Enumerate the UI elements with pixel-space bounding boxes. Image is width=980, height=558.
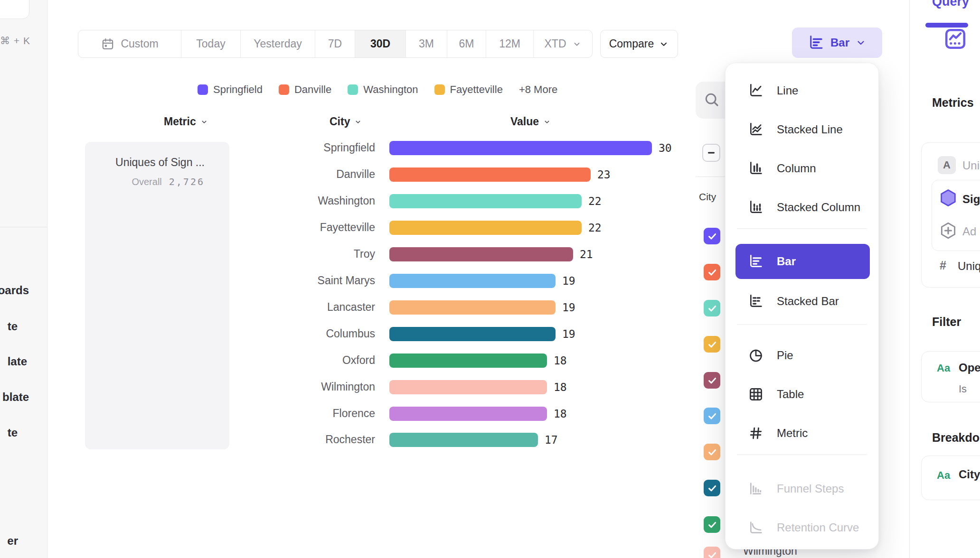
chevron-down-icon bbox=[543, 118, 551, 126]
date-range-custom[interactable]: Custom bbox=[78, 30, 181, 57]
menu-item-line[interactable]: Line bbox=[735, 73, 870, 108]
series-checkbox[interactable] bbox=[704, 264, 720, 280]
menu-divider bbox=[737, 324, 867, 325]
stacked-column-chart-icon bbox=[748, 199, 764, 215]
date-range-3m[interactable]: 3M bbox=[405, 30, 447, 57]
column-header-value[interactable]: Value bbox=[510, 115, 551, 128]
menu-item-metric[interactable]: Metric bbox=[735, 416, 870, 451]
menu-item-stacked-line[interactable]: Stacked Line bbox=[735, 112, 870, 147]
bar-value: 19 bbox=[562, 301, 575, 314]
date-range-6m[interactable]: 6M bbox=[447, 30, 486, 57]
legend-swatch bbox=[279, 84, 289, 95]
table-chart-icon bbox=[748, 386, 764, 402]
bar[interactable] bbox=[389, 167, 591, 182]
date-range-today[interactable]: Today bbox=[181, 30, 240, 57]
series-checkbox[interactable] bbox=[704, 372, 720, 389]
column-header-metric[interactable]: Metric bbox=[164, 115, 208, 128]
bar[interactable] bbox=[389, 380, 547, 394]
series-checkbox[interactable] bbox=[704, 480, 720, 496]
series-checkbox[interactable] bbox=[704, 516, 720, 533]
legend-item-washington[interactable]: Washington bbox=[348, 84, 418, 96]
menu-item-stacked-column[interactable]: Stacked Column bbox=[735, 190, 870, 225]
sidebar-item-fragment[interactable]: late bbox=[8, 355, 27, 368]
bar[interactable] bbox=[389, 407, 547, 421]
chevron-down-icon bbox=[855, 37, 867, 48]
series-checkbox[interactable] bbox=[704, 444, 720, 460]
legend-item-fayetteville[interactable]: Fayetteville bbox=[434, 84, 503, 96]
column-header-city[interactable]: City bbox=[330, 115, 362, 128]
select-all-checkbox[interactable] bbox=[702, 144, 720, 162]
menu-item-column[interactable]: Column bbox=[735, 151, 870, 186]
filter-property-label: Ope bbox=[959, 361, 980, 374]
tab-query[interactable]: Query bbox=[932, 0, 969, 9]
bar-chart-icon bbox=[808, 34, 825, 51]
bar[interactable] bbox=[389, 274, 556, 288]
property-type-icon: Aa bbox=[937, 469, 950, 482]
date-range-xtd[interactable]: XTD bbox=[533, 30, 592, 57]
legend-more-label[interactable]: +8 More bbox=[519, 84, 557, 96]
bar[interactable] bbox=[389, 327, 556, 341]
sidebar-item-fragment[interactable]: er bbox=[7, 534, 18, 548]
sidebar-item-fragment[interactable]: oards bbox=[0, 284, 29, 297]
date-range-30d[interactable]: 30D bbox=[355, 30, 405, 57]
metric-card[interactable]: Uniques of Sign ... Overall 2,726 bbox=[85, 142, 229, 449]
chart-type-button[interactable]: Bar bbox=[792, 28, 882, 58]
date-range-7d[interactable]: 7D bbox=[315, 30, 355, 57]
menu-item-pie[interactable]: Pie bbox=[735, 338, 870, 373]
count-symbol: # bbox=[940, 259, 946, 272]
left-sidebar-remnant: ⌘ + K oardstelateblateteer bbox=[0, 0, 47, 558]
sidebar-item-fragment[interactable]: te bbox=[8, 426, 18, 439]
filter-operator-label[interactable]: Is bbox=[959, 383, 967, 395]
property-type-icon: Aa bbox=[937, 362, 950, 374]
menu-item-retention-curve[interactable]: Retention Curve bbox=[735, 510, 870, 545]
series-checkbox[interactable] bbox=[704, 408, 720, 424]
insights-chart-icon[interactable] bbox=[944, 28, 967, 50]
bar[interactable] bbox=[389, 221, 582, 235]
chart-type-label: Bar bbox=[830, 36, 849, 49]
date-range-12m[interactable]: 12M bbox=[486, 30, 533, 57]
step-name-label: Sig bbox=[962, 193, 980, 206]
legend-item-springfield[interactable]: Springfield bbox=[198, 84, 263, 96]
menu-item-table[interactable]: Table bbox=[735, 377, 870, 412]
filter-card[interactable]: Aa Ope Is i bbox=[921, 351, 980, 402]
menu-item-stacked-bar[interactable]: Stacked Bar bbox=[735, 284, 870, 319]
series-group-label: City bbox=[699, 191, 716, 203]
sidebar-item-fragment[interactable]: blate bbox=[2, 391, 29, 404]
bar[interactable] bbox=[389, 194, 582, 208]
series-divider bbox=[696, 177, 725, 177]
bar[interactable] bbox=[389, 141, 652, 155]
bar-chart-icon bbox=[748, 253, 764, 270]
breakdown-heading: Breakdo bbox=[932, 431, 980, 445]
date-range-yesterday[interactable]: Yesterday bbox=[240, 30, 315, 57]
menu-item-funnel-steps[interactable]: Funnel Steps bbox=[735, 471, 870, 506]
overall-label: Overall bbox=[132, 177, 161, 187]
compare-button[interactable]: Compare bbox=[600, 30, 678, 58]
series-checkbox[interactable] bbox=[704, 300, 720, 316]
add-step-icon[interactable] bbox=[938, 221, 958, 241]
bar[interactable] bbox=[389, 433, 538, 447]
legend-item-danville[interactable]: Danville bbox=[279, 84, 331, 96]
bar-category-label: Wilmington bbox=[266, 381, 375, 393]
query-panel: Query Metrics A Uniq Sig Ad # Uniqu Filt… bbox=[909, 0, 980, 558]
header-value-label: Value bbox=[510, 115, 539, 128]
calendar-icon bbox=[101, 37, 115, 51]
metrics-card[interactable]: A Uniq Sig Ad # Uniqu bbox=[921, 142, 980, 288]
series-checkbox[interactable] bbox=[704, 336, 720, 353]
metric-step-card[interactable]: Sig Ad bbox=[932, 180, 980, 251]
keyboard-shortcut-hint: ⌘ + K bbox=[0, 35, 30, 46]
chart-legend: SpringfieldDanvilleWashingtonFayettevill… bbox=[198, 84, 557, 96]
bar[interactable] bbox=[389, 353, 547, 368]
bar[interactable] bbox=[389, 300, 556, 315]
sidebar-search-box-remnant[interactable] bbox=[0, 0, 29, 19]
bar-category-label: Troy bbox=[266, 248, 375, 260]
series-checkbox[interactable] bbox=[704, 228, 720, 244]
pie-chart-icon bbox=[748, 347, 764, 363]
breakdown-card[interactable]: Aa City bbox=[921, 456, 980, 500]
menu-item-bar[interactable]: Bar bbox=[735, 244, 870, 279]
bar-value: 19 bbox=[562, 275, 575, 287]
column-chart-icon bbox=[748, 160, 764, 177]
bar-category-label: Rochester bbox=[266, 433, 375, 446]
series-checkbox[interactable] bbox=[704, 547, 720, 558]
sidebar-item-fragment[interactable]: te bbox=[8, 320, 18, 333]
bar[interactable] bbox=[389, 247, 573, 261]
